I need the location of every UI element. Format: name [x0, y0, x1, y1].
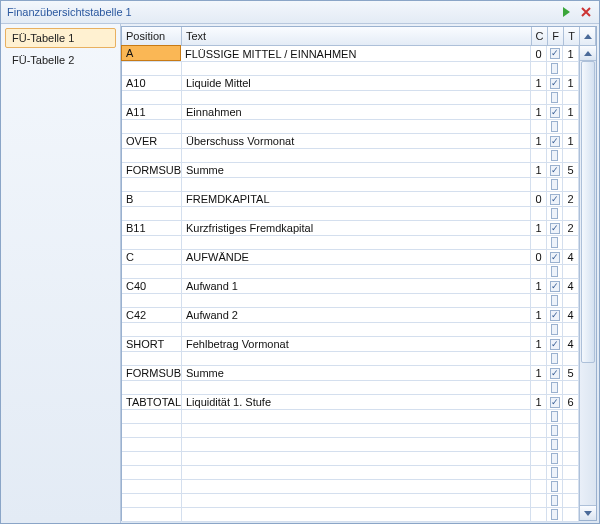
cell-t[interactable] [563, 236, 579, 249]
cell-f[interactable] [547, 91, 563, 104]
cell-t[interactable]: 2 [563, 192, 579, 206]
cell-position[interactable] [122, 91, 182, 104]
cell-text[interactable]: Aufwand 1 [182, 279, 531, 293]
cell-c[interactable] [531, 452, 547, 465]
checkbox-icon[interactable] [551, 453, 558, 464]
cell-text[interactable] [182, 323, 531, 336]
cell-f[interactable] [547, 163, 563, 177]
cell-t[interactable] [563, 466, 579, 479]
cell-c[interactable] [531, 352, 547, 365]
cell-text[interactable]: Überschuss Vormonat [182, 134, 531, 148]
cell-f[interactable] [547, 149, 563, 162]
arrow-right-icon[interactable] [559, 5, 573, 19]
cell-t[interactable]: 6 [563, 395, 579, 409]
cell-text[interactable] [182, 494, 531, 507]
table-row[interactable]: C40Aufwand 114 [122, 279, 579, 294]
checkbox-icon[interactable] [550, 310, 560, 321]
cell-position[interactable]: B [122, 192, 182, 206]
cell-t[interactable]: 4 [563, 279, 579, 293]
cell-c[interactable]: 1 [531, 221, 547, 235]
cell-text[interactable]: Summe [182, 163, 531, 177]
table-row-empty[interactable] [122, 149, 579, 163]
cell-position[interactable]: TABTOTAL [122, 395, 182, 409]
cell-c[interactable] [531, 438, 547, 451]
cell-f[interactable] [547, 395, 563, 409]
table-row-empty[interactable] [122, 466, 579, 480]
cell-t[interactable] [563, 494, 579, 507]
cell-position[interactable] [122, 424, 182, 437]
cell-f[interactable] [547, 480, 563, 493]
table-row[interactable]: BFREMDKAPITAL02 [122, 192, 579, 207]
cell-text[interactable] [182, 352, 531, 365]
cell-f[interactable] [547, 337, 563, 351]
cell-text[interactable]: FREMDKAPITAL [182, 192, 531, 206]
checkbox-icon[interactable] [550, 107, 560, 118]
cell-text[interactable] [182, 480, 531, 493]
cell-t[interactable]: 5 [563, 163, 579, 177]
cell-f[interactable] [547, 308, 563, 322]
cell-f[interactable] [547, 46, 563, 61]
col-header-t[interactable]: T [564, 27, 580, 45]
cell-text[interactable] [182, 149, 531, 162]
cell-position[interactable]: C40 [122, 279, 182, 293]
cell-position[interactable]: C [122, 250, 182, 264]
col-header-f[interactable]: F [548, 27, 564, 45]
cell-position[interactable]: A [121, 45, 181, 61]
cell-text[interactable]: Fehlbetrag Vormonat [182, 337, 531, 351]
cell-t[interactable] [563, 323, 579, 336]
checkbox-icon[interactable] [551, 425, 558, 436]
cell-f[interactable] [547, 76, 563, 90]
cell-f[interactable] [547, 250, 563, 264]
table-row-empty[interactable] [122, 91, 579, 105]
table-row[interactable]: C42Aufwand 214 [122, 308, 579, 323]
cell-t[interactable] [563, 508, 579, 521]
cell-text[interactable]: Liquidität 1. Stufe [182, 395, 531, 409]
cell-f[interactable] [547, 120, 563, 133]
table-row-empty[interactable] [122, 352, 579, 366]
cell-c[interactable]: 1 [531, 366, 547, 380]
cell-f[interactable] [547, 438, 563, 451]
cell-c[interactable] [531, 494, 547, 507]
cell-f[interactable] [547, 508, 563, 521]
cell-f[interactable] [547, 134, 563, 148]
checkbox-icon[interactable] [551, 179, 558, 190]
cell-c[interactable]: 0 [531, 46, 547, 61]
cell-f[interactable] [547, 466, 563, 479]
checkbox-icon[interactable] [550, 368, 560, 379]
cell-t[interactable]: 4 [563, 250, 579, 264]
table-row[interactable]: FORMSUB2Summe15 [122, 366, 579, 381]
checkbox-icon[interactable] [551, 63, 558, 74]
cell-position[interactable] [122, 120, 182, 133]
table-row-empty[interactable] [122, 410, 579, 424]
cell-t[interactable] [563, 424, 579, 437]
cell-c[interactable] [531, 480, 547, 493]
scroll-up-button[interactable] [580, 46, 596, 61]
checkbox-icon[interactable] [550, 339, 560, 350]
checkbox-icon[interactable] [550, 281, 560, 292]
checkbox-icon[interactable] [551, 439, 558, 450]
checkbox-icon[interactable] [551, 324, 558, 335]
cell-t[interactable] [563, 207, 579, 220]
sidebar-item-1[interactable]: FÜ-Tabelle 2 [5, 50, 116, 70]
cell-f[interactable] [547, 178, 563, 191]
cell-f[interactable] [547, 381, 563, 394]
cell-t[interactable] [563, 62, 579, 75]
table-row-empty[interactable] [122, 480, 579, 494]
cell-text[interactable]: Summe [182, 366, 531, 380]
checkbox-icon[interactable] [551, 295, 558, 306]
cell-c[interactable] [531, 91, 547, 104]
cell-c[interactable] [531, 62, 547, 75]
cell-text[interactable] [182, 91, 531, 104]
table-row-empty[interactable] [122, 452, 579, 466]
cell-c[interactable] [531, 466, 547, 479]
cell-position[interactable]: A11 [122, 105, 182, 119]
sidebar-item-0[interactable]: FÜ-Tabelle 1 [5, 28, 116, 48]
cell-position[interactable]: OVER [122, 134, 182, 148]
cell-position[interactable] [122, 480, 182, 493]
cell-c[interactable]: 1 [531, 134, 547, 148]
cell-t[interactable]: 1 [563, 76, 579, 90]
cell-c[interactable] [531, 178, 547, 191]
cell-position[interactable]: B11 [122, 221, 182, 235]
scroll-track[interactable] [580, 61, 596, 505]
cell-c[interactable]: 1 [531, 279, 547, 293]
